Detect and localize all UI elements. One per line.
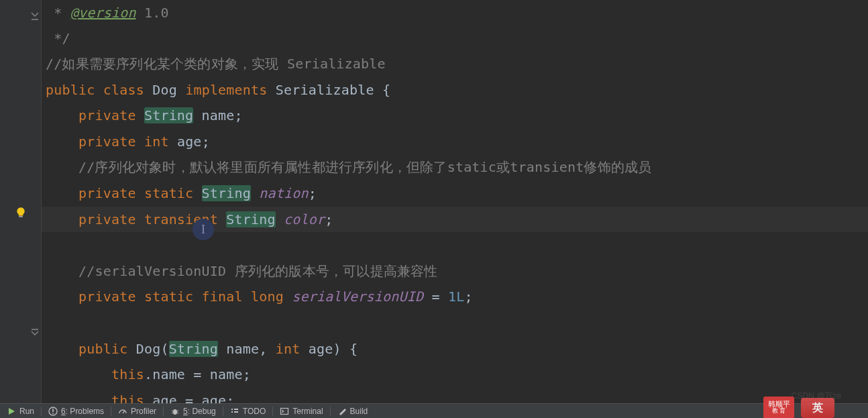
code-line: //如果需要序列化某个类的对象，实现 Serializable (42, 51, 868, 77)
code-line: this.name = name; (42, 362, 868, 388)
code-line: private static final long serialVersionU… (42, 284, 868, 310)
code-line: private int age; (42, 129, 868, 155)
svg-rect-13 (234, 411, 238, 413)
run-tool-button[interactable]: Run (0, 404, 41, 418)
ime-indicator[interactable]: 英 (801, 398, 834, 418)
fold-end-icon[interactable] (31, 12, 39, 20)
svg-line-8 (172, 413, 174, 413)
svg-rect-11 (234, 409, 238, 410)
code-line-empty (42, 310, 868, 336)
hammer-icon (337, 407, 347, 416)
gauge-icon (118, 407, 127, 416)
code-line: //serialVersionUID 序列化的版本号，可以提高兼容性 (42, 258, 868, 284)
code-line: * @version 1.0 (42, 0, 868, 25)
debug-tool-button[interactable]: 5: Debug (164, 404, 223, 418)
list-icon (230, 407, 239, 416)
svg-rect-12 (231, 411, 233, 413)
svg-rect-2 (52, 409, 54, 412)
code-line: private static String nation; (42, 180, 868, 207)
svg-line-7 (177, 411, 179, 411)
svg-rect-3 (52, 413, 54, 414)
text-cursor-icon: I (193, 219, 214, 240)
code-line: private String name; (42, 103, 868, 129)
tool-window-bar: Run 6: Problems Profiler 5: Debug TODO T… (0, 403, 868, 418)
bug-icon (170, 407, 180, 416)
svg-line-4 (123, 411, 125, 413)
brand-badge: 韩顺平 教 育 (763, 397, 794, 418)
terminal-tool-button[interactable]: Terminal (273, 404, 329, 418)
code-area[interactable]: * @version 1.0 */ //如果需要序列化某个类的对象，实现 Ser… (42, 0, 868, 403)
profiler-tool-button[interactable]: Profiler (111, 404, 163, 418)
svg-line-9 (177, 413, 179, 413)
gutter (0, 0, 42, 403)
svg-rect-14 (281, 408, 288, 414)
svg-line-6 (172, 411, 174, 411)
play-icon (7, 407, 16, 416)
svg-point-5 (173, 409, 177, 415)
svg-rect-0 (19, 216, 23, 217)
code-line: public Dog(String name, int age) { (42, 336, 868, 362)
code-line: */ (42, 25, 868, 51)
svg-rect-10 (231, 409, 233, 410)
warning-icon (48, 407, 58, 416)
problems-tool-button[interactable]: 6: Problems (42, 404, 111, 418)
terminal-icon (280, 407, 289, 416)
code-line: //序列化对象时，默认将里面所有属性都进行序列化，但除了static或trans… (42, 154, 868, 180)
code-line-empty (42, 232, 868, 258)
editor-wrap: * @version 1.0 */ //如果需要序列化某个类的对象，实现 Ser… (0, 0, 868, 403)
todo-tool-button[interactable]: TODO (223, 404, 272, 418)
build-tool-button[interactable]: Build (331, 404, 375, 418)
code-line: public class Dog implements Serializable… (42, 77, 868, 103)
intention-bulb-icon[interactable] (0, 200, 41, 226)
fold-start-icon[interactable] (31, 329, 39, 337)
code-line-active: private transient String color; (42, 207, 868, 233)
